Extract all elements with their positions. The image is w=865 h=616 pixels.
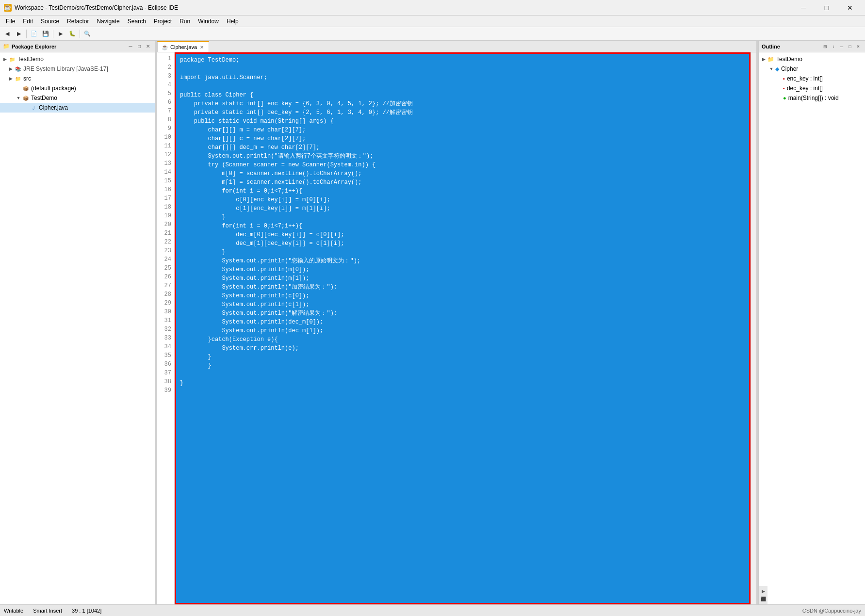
line-number-25: 25 — [157, 264, 174, 273]
outline-label-2: enc_key : int[] — [787, 75, 823, 82]
toolbar-save-button[interactable]: 💾 — [40, 29, 51, 39]
line-number-34: 34 — [157, 342, 174, 351]
line-number-27: 27 — [157, 281, 174, 290]
tree-item-4[interactable]: ▼📦TestDemo — [0, 93, 155, 103]
outline-item-0[interactable]: ▶📁TestDemo — [759, 54, 865, 64]
outline-actions: ⊞ ↕ ─ □ ✕ — [821, 43, 862, 50]
close-button[interactable]: ✕ — [839, 0, 861, 16]
tree-item-0[interactable]: ▶📁TestDemo — [0, 54, 155, 64]
window-title: Workspace - TestDemo/src/TestDemo/Cipher… — [15, 4, 178, 11]
menu-item-window[interactable]: Window — [194, 17, 223, 26]
menu-item-project[interactable]: Project — [150, 17, 176, 26]
menu-item-navigate[interactable]: Navigate — [93, 17, 123, 26]
editor-tabs: ☕ Cipher.java ✕ — [157, 41, 756, 52]
menu-item-search[interactable]: Search — [124, 17, 150, 26]
outline-item-2[interactable]: ▪enc_key : int[] — [759, 74, 865, 83]
toolbar-debug-button[interactable]: 🐛 — [67, 29, 78, 39]
outline-minimize-button[interactable]: ─ — [838, 43, 846, 50]
code-line-4 — [180, 82, 745, 91]
menu-item-help[interactable]: Help — [223, 17, 243, 26]
line-number-2: 2 — [157, 63, 174, 72]
code-line-39 — [180, 388, 745, 396]
tree-icon-3: 📦 — [22, 85, 29, 92]
panel-close-button[interactable]: ✕ — [144, 43, 152, 50]
editor-scrollbar[interactable] — [751, 52, 756, 604]
outline-label: Outline — [762, 44, 780, 49]
panel-minimize-button[interactable]: ─ — [127, 43, 134, 50]
toolbar-search-button[interactable]: 🔍 — [82, 29, 93, 39]
package-explorer-title: 📁 Package Explorer — [3, 43, 56, 49]
code-line-19: } — [180, 213, 745, 222]
tab-close-button[interactable]: ✕ — [199, 45, 205, 50]
outline-icon-2: ▪ — [783, 76, 785, 81]
toolbar-forward-button[interactable]: ▶ — [14, 29, 24, 39]
outline-maximize-button[interactable]: □ — [846, 43, 854, 50]
line-number-15: 15 — [157, 177, 174, 185]
outline-sort-button[interactable]: ↕ — [830, 43, 837, 50]
outline-header: Outline ⊞ ↕ ─ □ ✕ — [759, 41, 865, 52]
cipher-java-tab[interactable]: ☕ Cipher.java ✕ — [157, 41, 209, 52]
outline-item-1[interactable]: ▼◆Cipher — [759, 64, 865, 74]
tree-item-3[interactable]: 📦(default package) — [0, 83, 155, 93]
outline-label-0: TestDemo — [776, 56, 802, 63]
outline-close-button[interactable]: ✕ — [854, 43, 862, 50]
maximize-button[interactable]: □ — [816, 0, 838, 16]
line-number-1: 1 — [157, 54, 174, 63]
outline-tree: ▶📁TestDemo▼◆Cipher▪enc_key : int[]▪dec_k… — [759, 52, 865, 586]
menu-item-refactor[interactable]: Refactor — [63, 17, 93, 26]
menu-item-run[interactable]: Run — [176, 17, 194, 26]
outline-title: Outline — [762, 44, 780, 49]
code-line-9: char[][] m = new char[2][7]; — [180, 126, 745, 134]
tree-item-5[interactable]: JCipher.java — [0, 103, 155, 113]
line-number-30: 30 — [157, 308, 174, 316]
menu-item-source[interactable]: Source — [37, 17, 63, 26]
line-number-24: 24 — [157, 255, 174, 264]
code-editor[interactable]: package TestDemo;import java.util.Scanne… — [175, 52, 751, 604]
outline-item-3[interactable]: ▪dec_key : int[] — [759, 83, 865, 93]
tree-arrow-1: ▶ — [8, 66, 14, 72]
minimize-button[interactable]: ─ — [792, 0, 815, 16]
code-line-17: c[0][enc_key[i]] = m[0][i]; — [180, 195, 745, 204]
line-number-32: 32 — [157, 325, 174, 334]
title-bar: ☕ Workspace - TestDemo/src/TestDemo/Ciph… — [0, 0, 865, 16]
right-edge-buttons: ▶ ⬛ — [759, 586, 767, 604]
line-number-7: 7 — [157, 107, 174, 115]
tree-icon-2: 📁 — [15, 75, 21, 82]
status-writable: Writable — [4, 608, 23, 614]
toolbar-back-button[interactable]: ◀ — [2, 29, 13, 39]
tree-icon-4: 📦 — [22, 95, 29, 101]
code-line-28: System.out.println(c[0]); — [180, 292, 745, 300]
toolbar-run-button[interactable]: ▶ — [55, 29, 66, 39]
code-line-32: System.out.println(dec_m[1]); — [180, 326, 745, 335]
package-explorer-header: 📁 Package Explorer ─ □ ✕ — [0, 41, 155, 52]
code-line-2 — [180, 65, 745, 73]
toolbar-new-button[interactable]: 📄 — [29, 29, 39, 39]
package-explorer-icon: 📁 — [3, 43, 10, 49]
tree-label-3: (default package) — [31, 85, 76, 92]
tree-arrow-4: ▼ — [16, 95, 21, 101]
line-number-31: 31 — [157, 316, 174, 325]
status-position: 39 : 1 [1042] — [72, 608, 101, 614]
menu-item-file[interactable]: File — [2, 17, 19, 26]
panel-maximize-button[interactable]: □ — [135, 43, 143, 50]
code-line-12: System.out.println("请输入两行7个英文字符的明文："); — [180, 152, 745, 161]
code-line-38: } — [180, 379, 745, 388]
outline-label-4: main(String[]) : void — [788, 95, 839, 101]
status-bar: Writable Smart Insert 39 : 1 [1042] CSDN… — [0, 604, 865, 616]
edge-btn-2[interactable]: ⬛ — [760, 596, 767, 602]
code-line-20: for(int i = 0;i<7;i++){ — [180, 222, 745, 230]
app-icon: ☕ — [4, 4, 12, 12]
code-line-23: } — [180, 248, 745, 257]
outline-item-4[interactable]: ●main(String[]) : void — [759, 93, 865, 103]
outline-collapse-button[interactable]: ⊞ — [821, 43, 829, 50]
menu-item-edit[interactable]: Edit — [19, 17, 37, 26]
line-number-6: 6 — [157, 98, 174, 107]
tree-arrow-5 — [23, 105, 29, 111]
tree-item-1[interactable]: ▶📚JRE System Library [JavaSE-17] — [0, 64, 155, 74]
code-line-10: char[][] c = new char[2][7]; — [180, 134, 745, 143]
tree-icon-5: J — [30, 104, 37, 111]
tree-item-2[interactable]: ▶📁src — [0, 74, 155, 83]
edge-btn-1[interactable]: ▶ — [760, 588, 767, 595]
code-line-35: } — [180, 353, 745, 361]
code-line-30: System.out.println("解密结果为："); — [180, 309, 745, 318]
